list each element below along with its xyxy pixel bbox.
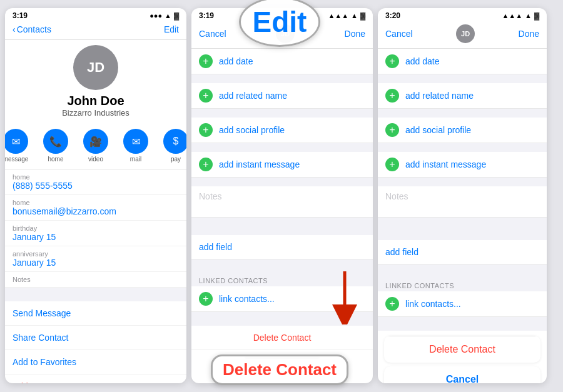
add-social-row[interactable]: + add social profile xyxy=(191,118,373,143)
add-date-row-3[interactable]: + add date xyxy=(378,49,547,74)
add-instant-row[interactable]: + add instant message xyxy=(191,152,373,178)
section-spacer-5 xyxy=(191,218,373,226)
add-favorites-text: Add to Favorites xyxy=(13,357,76,367)
add-instant-plus[interactable]: + xyxy=(199,158,213,171)
status-bar-1: 3:19 ●●● ▲ ▓ xyxy=(5,8,186,22)
cancel-dialog: Cancel xyxy=(384,366,540,383)
cancel-button-3[interactable]: Cancel xyxy=(385,29,413,39)
section-spacer-1 xyxy=(191,74,373,83)
battery-icon-3: ▓ xyxy=(534,12,539,19)
phone-value: (888) 555-5555 xyxy=(13,181,179,191)
cancel-button-2[interactable]: Cancel xyxy=(199,29,226,39)
time-3: 3:20 xyxy=(385,11,400,20)
phone-row[interactable]: home (888) 555-5555 xyxy=(5,169,186,195)
add-related-plus[interactable]: + xyxy=(199,89,213,103)
anniversary-row: anniversary January 15 xyxy=(5,246,186,272)
delete-annotation-text: Delete Contact xyxy=(223,360,337,379)
email-value: bonusemail@bizzarro.com xyxy=(13,206,179,216)
edit-button[interactable]: Edit xyxy=(164,24,179,34)
linked-contacts-header-2: LINKED CONTACTS xyxy=(191,273,373,286)
mail-icon: ✉ xyxy=(123,129,148,154)
notes-label: Notes xyxy=(13,276,179,283)
share-contact-link[interactable]: Share Contact xyxy=(5,326,186,350)
delete-contact-row-2[interactable]: Delete Contact xyxy=(191,326,373,350)
avatar-initials: JD xyxy=(87,59,104,76)
edit-screen-wrapper: Edit 3:19 ▲▲▲ ▲ ▓ Cancel JD Done xyxy=(186,0,373,391)
add-related-label-3: add related name xyxy=(405,91,474,101)
add-date-row[interactable]: + add date xyxy=(191,49,373,74)
add-social-label: add social profile xyxy=(219,125,285,135)
send-message-link[interactable]: Send Message xyxy=(5,301,186,326)
link-contacts-plus-2[interactable]: + xyxy=(199,292,213,306)
add-social-plus-3[interactable]: + xyxy=(385,123,399,137)
edit-annotation-text: Edit xyxy=(253,5,307,39)
add-related-plus-3[interactable]: + xyxy=(385,89,399,103)
add-social-label-3: add social profile xyxy=(405,125,471,135)
contact-company: Bizzarro Industries xyxy=(5,108,186,118)
avatar: JD xyxy=(73,45,118,90)
add-date-plus[interactable]: + xyxy=(199,54,213,68)
add-favorites-link[interactable]: Add to Favorites xyxy=(5,350,186,374)
add-instant-plus-3[interactable]: + xyxy=(385,158,399,171)
status-icons-3: ▲▲▲ ▲ ▓ xyxy=(502,12,539,19)
add-field-row-2[interactable]: add field xyxy=(191,235,373,259)
signal-icon-3: ▲▲▲ xyxy=(502,12,522,19)
call-icon: 📞 xyxy=(43,129,68,154)
section-spacer-2 xyxy=(191,109,373,118)
contact-view-screen: 3:19 ●●● ▲ ▓ ‹ Contacts Edit JD John Doe… xyxy=(5,8,186,383)
mail-label: mail xyxy=(130,156,141,163)
section-spacer-7 xyxy=(191,259,373,273)
done-button-2[interactable]: Done xyxy=(345,29,365,39)
add-social-row-3[interactable]: + add social profile xyxy=(378,118,547,143)
pay-icon: $ xyxy=(163,129,186,154)
birthday-row: birthday January 15 xyxy=(5,221,186,246)
add-related-label: add related name xyxy=(219,91,287,101)
add-related-name-row[interactable]: + add related name xyxy=(191,83,373,109)
section-spacer-3 xyxy=(191,143,373,152)
mail-action[interactable]: ✉ mail xyxy=(121,129,151,163)
email-label: home xyxy=(13,199,179,206)
delete-dialog: Delete Contact xyxy=(384,336,540,363)
back-label: Contacts xyxy=(17,24,51,34)
delete-contact-text-2: Delete Contact xyxy=(253,333,312,343)
video-action[interactable]: 🎥 video xyxy=(81,129,111,163)
add-related-row-3[interactable]: + add related name xyxy=(378,83,547,109)
wifi-icon: ▲ xyxy=(165,12,171,19)
add-date-plus-3[interactable]: + xyxy=(385,54,399,68)
done-button-3[interactable]: Done xyxy=(519,29,539,39)
add-emergency-text: Add to Emergency Contacts xyxy=(13,381,121,383)
delete-annotation-bubble: Delete Contact xyxy=(211,354,348,385)
notes-area-2: Notes xyxy=(191,186,373,218)
video-label: video xyxy=(88,156,103,163)
signal-icon: ●●● xyxy=(150,12,162,19)
delete-contact-button[interactable]: Delete Contact xyxy=(384,336,540,363)
status-icons-2: ▲▲▲ ▲ ▓ xyxy=(328,12,365,19)
pay-label: pay xyxy=(171,156,181,163)
add-field-row-3[interactable]: add field xyxy=(378,240,547,264)
back-to-contacts[interactable]: ‹ Contacts xyxy=(13,24,51,34)
signal-icon-2: ▲▲▲ xyxy=(328,12,348,19)
message-icon: ✉ xyxy=(5,129,28,154)
chevron-left-icon: ‹ xyxy=(13,24,16,34)
phone-label: home xyxy=(13,173,179,181)
link-contacts-label-3: link contacts... xyxy=(405,299,461,309)
pay-action[interactable]: $ pay xyxy=(161,129,186,163)
link-contacts-plus-3[interactable]: + xyxy=(385,297,399,311)
anniversary-label: anniversary xyxy=(13,250,179,258)
add-emergency-link[interactable]: Add to Emergency Contacts xyxy=(5,374,186,383)
email-row[interactable]: home bonusemail@bizzarro.com xyxy=(5,195,186,221)
video-icon: 🎥 xyxy=(83,129,108,154)
add-instant-row-3[interactable]: + add instant message xyxy=(378,152,547,178)
notes-label-2: Notes xyxy=(199,191,222,201)
add-date-label-3: add date xyxy=(405,56,440,66)
wifi-icon-3: ▲ xyxy=(525,12,532,19)
message-label: message xyxy=(5,156,28,163)
link-contacts-row-2[interactable]: + link contacts... xyxy=(191,286,373,312)
add-social-plus[interactable]: + xyxy=(199,123,213,137)
call-action[interactable]: 📞 home xyxy=(41,129,71,163)
cancel-dialog-button[interactable]: Cancel xyxy=(384,366,540,383)
call-label: home xyxy=(48,156,63,163)
message-action[interactable]: ✉ message xyxy=(5,129,31,163)
link-contacts-row-3[interactable]: + link contacts... xyxy=(378,291,547,317)
notes-row: Notes xyxy=(5,272,186,288)
